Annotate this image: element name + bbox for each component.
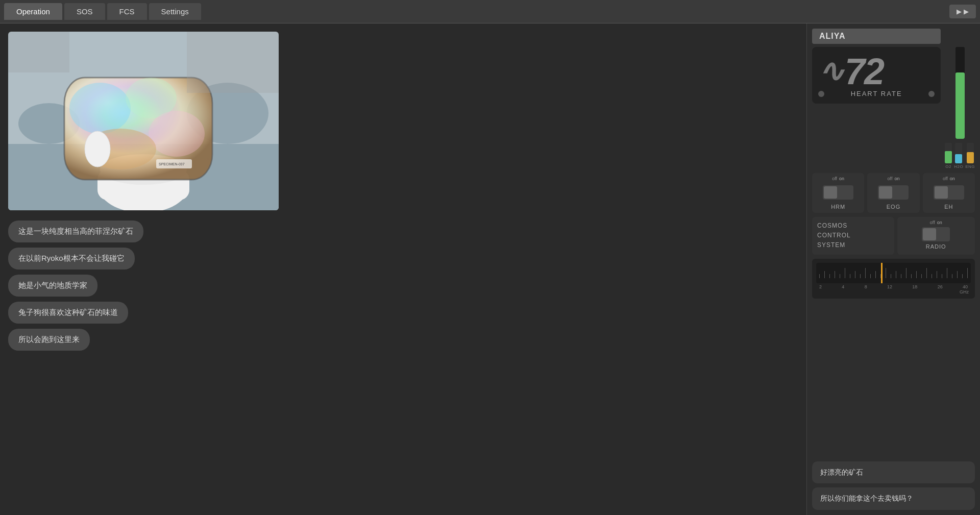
eng-fill	[967, 152, 974, 163]
eh-switch[interactable]	[934, 185, 964, 200]
tab-operation[interactable]: Operation	[4, 3, 62, 20]
freq-tick	[921, 274, 922, 278]
hr-dot-left	[818, 91, 824, 97]
radio-label: RADIO	[926, 243, 946, 250]
hrm-off-label: off	[832, 176, 837, 181]
heart-rate-display: ∿ 72 HEART RATE	[812, 47, 941, 104]
eog-on-label: on	[894, 176, 899, 181]
mini-indicators: O2 H2O ENG	[945, 143, 975, 169]
eog-switch[interactable]	[878, 185, 909, 200]
radio-section: off on RADIO	[897, 217, 975, 255]
eh-off-label: off	[943, 176, 948, 181]
eng-label: ENG	[965, 164, 975, 169]
left-panel: SPECIMEN-037 这是一块纯度相当高的菲涅尔矿石 在以前Ryoko根本不…	[0, 23, 806, 515]
dialogue-options: 这是一块纯度相当高的菲涅尔矿石 在以前Ryoko根本不会让我碰它 她是小气的地质…	[8, 220, 798, 351]
radio-switch[interactable]	[922, 227, 950, 241]
hrm-switch[interactable]	[823, 185, 853, 200]
eh-on-label: on	[950, 176, 955, 181]
tab-fcs[interactable]: FCS	[107, 3, 147, 20]
svg-rect-19	[8, 32, 69, 72]
freq-tick	[886, 268, 886, 278]
dialogue-option-4[interactable]: 兔子狗很喜欢这种矿石的味道	[8, 302, 128, 324]
freq-tick	[926, 268, 927, 278]
character-name: ALIYA	[812, 29, 941, 44]
freq-tick	[850, 274, 850, 278]
radio-on-label: on	[937, 220, 942, 225]
dialogue-option-3[interactable]: 她是小气的地质学家	[8, 275, 97, 297]
radio-knob	[923, 228, 936, 240]
eog-toggle-labels: off on	[870, 176, 916, 181]
radio-toggle-box: off on RADIO	[900, 220, 972, 250]
freq-tick	[860, 274, 861, 278]
main-layout: SPECIMEN-037 这是一块纯度相当高的菲涅尔矿石 在以前Ryoko根本不…	[0, 23, 980, 515]
action-button[interactable]: ▶ ▶	[949, 5, 976, 18]
freq-num-2: 2	[819, 284, 822, 289]
chat-bubble-1: 好漂亮的矿石	[812, 461, 975, 484]
h2o-indicator: H2O	[954, 143, 963, 169]
freq-tick	[875, 271, 876, 278]
freq-num-4: 4	[842, 284, 844, 289]
h2o-fill	[955, 154, 962, 163]
ghz-label: GHz	[816, 289, 971, 295]
freq-tick	[855, 271, 855, 278]
eog-knob	[879, 186, 892, 199]
dialogue-option-1[interactable]: 这是一块纯度相当高的菲涅尔矿石	[8, 220, 143, 242]
main-green-meter	[955, 47, 965, 139]
dialogue-option-5[interactable]: 所以会跑到这里来	[8, 329, 90, 351]
freq-tick	[835, 271, 835, 278]
freq-num-8: 8	[865, 284, 867, 289]
radio-toggle-labels: off on	[900, 220, 972, 225]
freq-tick	[947, 268, 947, 278]
freq-numbers: 2 4 8 12 18 26 40	[816, 284, 971, 289]
freq-tick	[840, 274, 840, 278]
freq-num-26: 26	[938, 284, 943, 289]
h2o-bar	[955, 143, 962, 163]
tab-sos[interactable]: SOS	[64, 3, 105, 20]
svg-point-11	[69, 83, 131, 134]
top-navigation: Operation SOS FCS Settings ▶ ▶	[0, 0, 980, 23]
freq-num-40: 40	[963, 284, 968, 289]
eh-toggle-box: off on EH	[923, 173, 975, 213]
tab-settings[interactable]: Settings	[149, 3, 201, 20]
freq-tick	[932, 274, 932, 278]
freq-tick	[957, 271, 958, 278]
freq-tick	[891, 274, 891, 278]
freq-tick	[967, 268, 968, 278]
o2-bar	[945, 143, 952, 163]
right-panel: ALIYA ∿ 72 HEART RATE	[806, 23, 980, 515]
freq-tick	[819, 274, 820, 278]
freq-num-18: 18	[912, 284, 917, 289]
hrm-toggle-labels: off on	[815, 176, 861, 181]
hr-dot-right	[928, 91, 935, 97]
heart-rate-label-row: HEART RATE	[818, 90, 935, 97]
freq-marker[interactable]	[881, 263, 883, 283]
svg-rect-18	[187, 32, 279, 93]
cosmos-radio-section: COSMOS CONTROL SYSTEM off on RADIO	[812, 217, 975, 255]
h2o-label: H2O	[954, 164, 963, 169]
hr-squiggle-icon: ∿	[818, 56, 843, 87]
main-green-fill	[955, 72, 965, 139]
freq-scale	[816, 263, 971, 283]
eog-toggle-box: off on EOG	[867, 173, 919, 213]
eh-knob	[935, 186, 948, 199]
eog-label: EOG	[887, 204, 900, 210]
freq-tick	[906, 268, 906, 278]
eh-label: EH	[944, 204, 953, 210]
eng-bar	[967, 143, 974, 163]
svg-text:SPECIMEN-037: SPECIMEN-037	[159, 162, 185, 166]
freq-num-12: 12	[887, 284, 892, 289]
eog-off-label: off	[888, 176, 893, 181]
chat-bubble-2: 所以你们能拿这个去卖钱吗？	[812, 487, 975, 510]
cosmos-control: COSMOS CONTROL SYSTEM	[812, 217, 894, 255]
cosmos-line-2: CONTROL	[817, 231, 889, 240]
freq-tick	[896, 271, 896, 278]
dialogue-option-2[interactable]: 在以前Ryoko根本不会让我碰它	[8, 248, 135, 269]
svg-point-13	[149, 111, 205, 157]
freq-tick	[829, 274, 830, 278]
freq-tick	[901, 274, 901, 278]
svg-point-17	[85, 131, 110, 167]
eng-indicator: ENG	[965, 143, 975, 169]
eh-toggle-labels: off on	[926, 176, 972, 181]
o2-indicator: O2	[945, 143, 952, 169]
freq-tick	[952, 274, 952, 278]
